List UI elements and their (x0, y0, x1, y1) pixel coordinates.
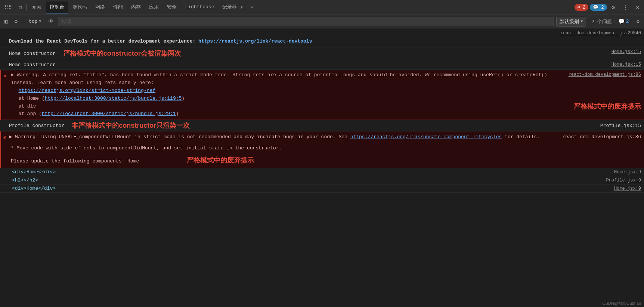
devtools-msg: Download the React DevTools for a better… (9, 38, 195, 44)
nav-application[interactable]: 应用 (145, 1, 162, 13)
error2-source-link[interactable]: react-dom.development.js:86 (562, 133, 641, 141)
profile-jsx-15-link[interactable]: Profile.jsx:15 (600, 123, 641, 128)
annotation-profile-constructor: 非严格模式中的constructor只渲染一次 (72, 121, 190, 130)
comp1-source-link[interactable]: Home.jsx:9 (614, 170, 641, 175)
error1-source-link[interactable]: react-dom.development.js:86 (569, 71, 641, 78)
error1-annotation: 严格模式中的废弃提示 (574, 101, 641, 112)
console-toolbar: ◧ ⊘ top ▼ 👁 默认级别 ▼ 2 个问题： 💬 2 ⚙ (0, 15, 644, 28)
error1-stack1: at Home (http://localhost:3000/static/js… (18, 95, 561, 103)
eye-icon[interactable]: 👁 (46, 17, 56, 26)
devtools-link[interactable]: https://reactjs.org/link/react-devtools (198, 38, 312, 44)
error-block-unsafe-mount: ⊗ ▶ Warning: Using UNSAFE_componentWillM… (0, 131, 644, 168)
level-label: 默认级别 (560, 18, 579, 25)
nav-elements[interactable]: 元素 (28, 1, 45, 13)
nav-console[interactable]: 控制台 (46, 1, 68, 13)
context-label: top (29, 19, 37, 24)
level-selector[interactable]: 默认级别 ▼ (556, 17, 586, 27)
nav-performance[interactable]: 性能 (109, 1, 127, 13)
clear-console-icon[interactable]: ⊘ (12, 17, 19, 26)
comp2-source-link[interactable]: Profile.jsx:9 (606, 178, 641, 183)
error2-extra-text: * Move code with side effects to compone… (11, 144, 555, 152)
console-settings-icon[interactable]: ⚙ (634, 17, 642, 26)
devtools-grid-icon[interactable]: ⠿⠿ (1, 2, 15, 13)
nav-recorder[interactable]: 记录器 ↗ (219, 1, 247, 13)
error-badge[interactable]: ⊗ 2 (575, 4, 589, 11)
error1-main-text: Warning: A string ref, "title", has been… (11, 72, 547, 86)
error-icon-1: ⊗ (3, 72, 6, 80)
comp-row-2: <h2></h2> Profile.jsx:9 (0, 176, 644, 184)
level-arrow: ▼ (580, 19, 583, 24)
issues-icon: 💬 (618, 18, 625, 25)
home-jsx-15-link-2[interactable]: Home.jsx:15 (612, 61, 641, 68)
home-constructor-text-1: Home constructor (9, 50, 56, 58)
issues-badge[interactable]: 2 个问题： 💬 2 (588, 17, 632, 26)
nav-memory[interactable]: 内存 (127, 1, 145, 13)
error1-stack3: at App (http://localhost:3000/static/js/… (18, 110, 561, 118)
devtools-info-row: react-dom.development.js:29840 Download … (0, 28, 644, 47)
error1-link[interactable]: https://reactjs.org/link/strict-mode-str… (18, 88, 155, 93)
close-icon[interactable]: ✕ (633, 2, 643, 13)
comp3-source-link[interactable]: Home.jsx:9 (614, 186, 641, 191)
error2-text2: for details. (505, 134, 540, 140)
devtools-source-link[interactable]: react-dom.development.js:29840 (560, 30, 641, 37)
message-badge[interactable]: 💬 2 (590, 4, 607, 11)
top-nav: ⠿⠿ ☐ 元素 控制台 源代码 网络 性能 内存 应用 安全 Lighthous… (0, 0, 644, 15)
toolbar-separator (23, 18, 23, 25)
separator (26, 4, 27, 11)
footer: CSDN@前端Outman (600, 300, 644, 307)
home-jsx-15-link-1[interactable]: Home.jsx:15 (612, 49, 641, 55)
nav-network[interactable]: 网络 (92, 1, 109, 13)
settings-icon[interactable]: ⚙ (609, 2, 618, 13)
comp-code-2: <h2></h2> (12, 177, 38, 183)
context-arrow: ▼ (39, 19, 41, 24)
more-icon[interactable]: ⋮ (619, 2, 631, 13)
home-constructor-row-1: Home constructor 严格模式中的constructor会被渲染两次… (0, 47, 644, 60)
console-content: react-dom.development.js:29840 Download … (0, 28, 644, 193)
home-constructor-text-2: Home constructor (9, 61, 56, 69)
error1-stack2: at div (18, 103, 561, 111)
filter-input[interactable] (58, 17, 554, 26)
context-selector[interactable]: top ▼ (26, 17, 44, 26)
nav-security[interactable]: 安全 (163, 1, 180, 13)
issues-label: 2 个问题： (591, 18, 617, 25)
profile-constructor-row: Profile constructor 非严格模式中的constructor只渲… (0, 120, 644, 131)
warning-icon-2: ⊗ (3, 134, 6, 142)
home-constructor-row-2: Home constructor Home.jsx:15 (0, 60, 644, 70)
error2-components-text: Please update the following components: … (11, 158, 139, 164)
comp-row-1: <div>Home</div> Home.jsx:9 (0, 168, 644, 176)
comp-code-3: <div>Home</div> (12, 186, 56, 191)
error1-bundle-link-1[interactable]: http://localhost:3000/static/js/bundle.j… (45, 96, 182, 101)
error2-main-text: Warning: Using UNSAFE_componentWillMount… (15, 134, 347, 140)
nav-more[interactable]: » (247, 2, 258, 13)
nav-right-actions: ⊗ 2 💬 2 ⚙ ⋮ ✕ (575, 2, 643, 13)
error-block-string-ref: ⊗ ▶ Warning: A string ref, "title", has … (0, 70, 644, 120)
comp-row-3: <div>Home</div> Home.jsx:9 (0, 184, 644, 193)
sidebar-toggle-icon[interactable]: ◧ (2, 17, 10, 26)
error2-url-link[interactable]: https://reactjs.org/link/unsafe-componen… (350, 134, 502, 140)
comp-code-1: <div>Home</div> (12, 169, 56, 175)
profile-constructor-text: Profile constructor (9, 123, 64, 128)
error-text-1: ▶ Warning: A string ref, "title", has be… (11, 71, 641, 118)
issues-count: 2 (626, 19, 629, 24)
device-mode-icon[interactable]: ☐ (16, 2, 25, 13)
nav-lighthouse[interactable]: Lighthouse (181, 2, 218, 13)
annotation-strict-constructor: 严格模式中的constructor会被渲染两次 (63, 49, 181, 59)
error1-bundle-link-2[interactable]: http://localhost:3000/static/js/bundle.j… (42, 111, 176, 117)
error2-annotation: 严格模式中的废弃提示 (187, 156, 254, 164)
footer-text: CSDN@前端Outman (603, 301, 641, 306)
nav-sources[interactable]: 源代码 (69, 1, 91, 13)
error1-url-link[interactable]: https://reactjs.org/link/strict-mode-str… (18, 88, 155, 93)
